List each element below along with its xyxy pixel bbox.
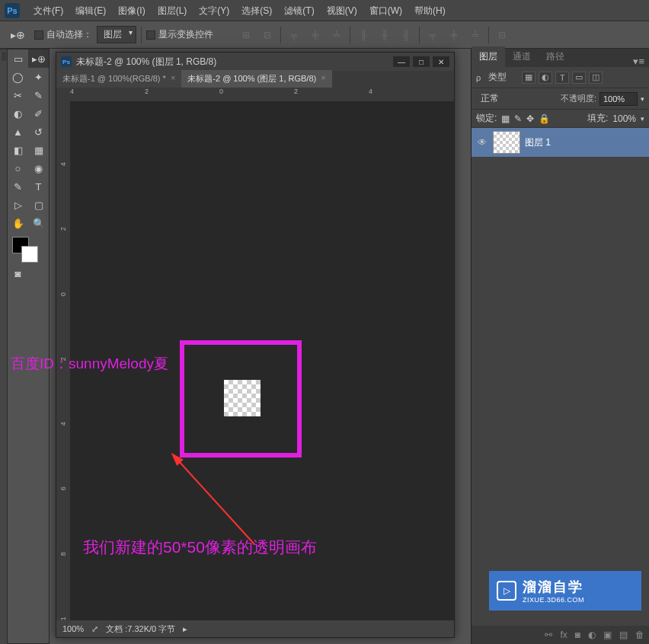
menu-type[interactable]: 文字(Y): [193, 0, 235, 21]
doc-tab-1[interactable]: 未标题-1 @ 100%(RGB/8) *×: [56, 70, 181, 88]
options-bar: ▸⊕ 自动选择： 图层 显示变换控件 ⊞ ⊟ ╤ ╪ ╧ ╟ ╫ ╢ ╤ ╪ ╧…: [0, 21, 649, 49]
magic-wand-tool[interactable]: ✦: [28, 68, 49, 86]
align-bottom-icon[interactable]: ╧: [328, 27, 345, 43]
align-vcenter-icon[interactable]: ╪: [307, 27, 324, 43]
zoom-tool[interactable]: 🔍: [28, 214, 49, 232]
toolbox: ▭▸⊕ ◯✦ ✂✎ ◐✐ ▲↺ ◧▦ ○◉ ✎T ▷▢ ✋🔍 ◙: [7, 49, 50, 644]
opacity-field[interactable]: 100%: [599, 92, 638, 106]
filter-adjust-icon[interactable]: ◐: [539, 72, 552, 84]
menu-filter[interactable]: 滤镜(T): [278, 0, 320, 21]
tab-channels[interactable]: 通道: [505, 46, 539, 67]
align-top-icon[interactable]: ╤: [286, 27, 302, 43]
align-icon[interactable]: ⊞: [238, 27, 254, 43]
eraser-tool[interactable]: ◧: [8, 141, 28, 159]
canvas-area[interactable]: 4 2 0 2 4 4 2 0 2 4 6 8 1 百度ID：sunnyMelo…: [56, 88, 454, 620]
dodge-tool[interactable]: ◉: [28, 159, 49, 177]
menu-select[interactable]: 选择(S): [235, 0, 278, 21]
marquee-tool[interactable]: ▭: [8, 49, 28, 68]
tab-layers[interactable]: 图层: [472, 46, 505, 67]
path-select-tool[interactable]: ▷: [8, 196, 28, 214]
healing-tool[interactable]: ◐: [8, 104, 28, 123]
group-icon[interactable]: ▣: [603, 630, 612, 640]
visibility-icon[interactable]: 👁: [476, 137, 488, 148]
pen-tool[interactable]: ✎: [8, 177, 28, 196]
menu-layer[interactable]: 图层(L): [152, 0, 193, 21]
filter-type-icon[interactable]: T: [555, 72, 569, 84]
align-hcenter-icon[interactable]: ╫: [376, 27, 393, 43]
minimize-button[interactable]: —: [393, 56, 410, 67]
eyedropper-tool[interactable]: ✎: [28, 86, 49, 104]
hand-tool[interactable]: ✋: [8, 214, 28, 232]
annotation-id: 百度ID：sunnyMelody夏: [11, 354, 168, 374]
link-layers-icon[interactable]: ⚯: [545, 630, 552, 640]
auto-select-checkbox[interactable]: [34, 30, 43, 40]
layer-mask-icon[interactable]: ◙: [575, 630, 580, 640]
filter-smart-icon[interactable]: ◫: [589, 72, 603, 84]
fill-field[interactable]: 100%: [612, 113, 636, 124]
transparent-canvas[interactable]: [224, 380, 261, 416]
new-layer-icon[interactable]: ▤: [619, 630, 628, 640]
lasso-tool[interactable]: ◯: [8, 68, 28, 86]
blur-tool[interactable]: ○: [8, 159, 28, 177]
layer-name[interactable]: 图层 1: [525, 136, 551, 149]
menu-file[interactable]: 文件(F): [27, 0, 69, 21]
doc-info[interactable]: 文档 :7.32K/0 字节: [106, 623, 175, 635]
shape-tool[interactable]: ▢: [28, 196, 49, 214]
close-tab-icon[interactable]: ×: [171, 73, 175, 84]
filter-shape-icon[interactable]: ▭: [572, 72, 586, 84]
menu-image[interactable]: 图像(I): [112, 0, 151, 21]
lock-row: 锁定: ▦ ✎ ✥ 🔒 填充: 100%▾: [472, 110, 649, 128]
expand-icon[interactable]: ⤢: [91, 624, 98, 634]
stamp-tool[interactable]: ▲: [8, 123, 28, 141]
layer-style-icon[interactable]: fx: [560, 630, 567, 640]
history-brush-tool[interactable]: ↺: [28, 123, 49, 141]
play-icon: ▷: [497, 581, 516, 601]
filter-kind-dropdown[interactable]: 类型: [484, 69, 519, 85]
tab-paths[interactable]: 路径: [539, 46, 572, 67]
status-bar: 100% ⤢ 文档 :7.32K/0 字节 ▸: [56, 620, 454, 637]
arrange-icon[interactable]: ⊟: [494, 27, 510, 43]
close-button[interactable]: ✕: [433, 56, 449, 67]
adjustment-layer-icon[interactable]: ◐: [588, 630, 596, 640]
color-swatches[interactable]: [8, 232, 49, 264]
filter-pixel-icon[interactable]: ▦: [522, 72, 536, 84]
align-right-icon[interactable]: ╢: [398, 27, 414, 43]
align-icon[interactable]: ⊟: [259, 27, 276, 43]
type-tool[interactable]: T: [28, 177, 49, 196]
crop-tool[interactable]: ✂: [8, 86, 28, 104]
panel-menu-icon[interactable]: ▾≡: [628, 56, 649, 67]
lock-transparent-icon[interactable]: ▦: [501, 113, 510, 124]
menu-help[interactable]: 帮助(H): [408, 0, 452, 21]
move-tool[interactable]: ▸⊕: [28, 49, 49, 68]
document-titlebar[interactable]: Ps 未标题-2 @ 100% (图层 1, RGB/8) — □ ✕: [56, 53, 454, 71]
delete-layer-icon[interactable]: 🗑: [635, 630, 644, 640]
doc-icon: Ps: [61, 56, 72, 67]
distribute-icon[interactable]: ╪: [446, 27, 462, 43]
distribute-icon[interactable]: ╧: [467, 27, 484, 43]
zoom-level[interactable]: 100%: [62, 624, 84, 633]
layer-thumbnail[interactable]: [493, 131, 520, 154]
maximize-button[interactable]: □: [413, 56, 430, 67]
close-tab-icon[interactable]: ×: [321, 73, 325, 84]
doc-tab-2[interactable]: 未标题-2 @ 100% (图层 1, RGB/8)×: [181, 70, 331, 88]
ruler-horizontal[interactable]: 4 2 0 2 4: [70, 88, 454, 101]
menu-view[interactable]: 视图(V): [321, 0, 363, 21]
show-transform-checkbox[interactable]: [146, 30, 155, 40]
quickmask-tool[interactable]: ◙: [8, 264, 28, 282]
document-window: Ps 未标题-2 @ 100% (图层 1, RGB/8) — □ ✕ 未标题-…: [56, 52, 455, 638]
menu-window[interactable]: 窗口(W): [363, 0, 408, 21]
blend-mode-dropdown[interactable]: 正常: [476, 91, 558, 107]
align-left-icon[interactable]: ╟: [355, 27, 372, 43]
lock-all-icon[interactable]: 🔒: [539, 113, 550, 124]
auto-select-target-dropdown[interactable]: 图层: [97, 26, 136, 43]
menu-edit[interactable]: 编辑(E): [69, 0, 112, 21]
doc-info-arrow-icon[interactable]: ▸: [183, 624, 187, 634]
background-swatch[interactable]: [21, 246, 38, 263]
gradient-tool[interactable]: ▦: [28, 141, 49, 159]
lock-pixels-icon[interactable]: ✎: [514, 113, 522, 124]
collapsed-panel-strip[interactable]: [0, 49, 7, 644]
lock-position-icon[interactable]: ✥: [526, 113, 534, 124]
layer-item[interactable]: 👁 图层 1: [472, 128, 649, 157]
distribute-icon[interactable]: ╤: [424, 27, 441, 43]
brush-tool[interactable]: ✐: [28, 104, 49, 123]
